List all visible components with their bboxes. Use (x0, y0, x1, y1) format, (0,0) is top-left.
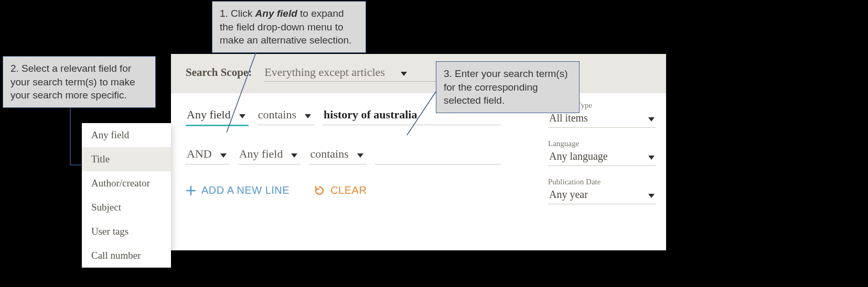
callout-1-text-bold: Any field (255, 8, 297, 19)
search-scope-label: Search Scope: (186, 66, 252, 79)
search-term-input[interactable] (375, 146, 501, 164)
language-select[interactable]: Any language (548, 149, 656, 166)
callout-3: 3. Enter your search term(s) for the cor… (436, 61, 580, 113)
chevron-down-icon (648, 156, 655, 160)
chevron-down-icon (357, 153, 363, 158)
field-select-value: Any field (239, 147, 283, 161)
pub-date-value: Any year (549, 189, 588, 201)
match-select-value: contains (310, 147, 348, 161)
material-type-value: All items (549, 112, 588, 124)
chevron-down-icon (648, 117, 655, 122)
boolean-select-value: AND (187, 147, 212, 161)
filter-sidebar: Material Type All items Language Any lan… (548, 101, 656, 216)
callout-3-text: 3. Enter your search term(s) for the cor… (444, 68, 568, 106)
reset-icon (314, 185, 325, 196)
match-select[interactable]: contains (309, 146, 366, 164)
search-scope-value: Everything except articles (264, 65, 385, 79)
chevron-down-icon (648, 194, 655, 198)
add-line-label: ADD A NEW LINE (201, 184, 290, 196)
search-scope-select[interactable]: Everything except articles (264, 65, 444, 82)
chevron-down-icon (291, 153, 297, 158)
pub-date-label: Publication Date (548, 178, 656, 186)
boolean-select[interactable]: AND (186, 146, 230, 164)
callout-1: 1. Click Any field to expand the field d… (212, 1, 366, 53)
chevron-down-icon (305, 114, 311, 118)
filter-publication-date: Publication Date Any year (548, 178, 656, 204)
material-type-select[interactable]: All items (548, 111, 656, 128)
field-select-value: Any field (187, 108, 231, 122)
clear-label: CLEAR (330, 184, 367, 196)
menu-item-user-tags[interactable]: User tags (82, 219, 171, 244)
field-dropdown-menu: Any field Title Author/creator Subject U… (82, 123, 171, 268)
chevron-down-icon (239, 114, 245, 118)
match-select[interactable]: contains (257, 107, 314, 125)
language-label: Language (548, 139, 656, 148)
menu-item-title[interactable]: Title (82, 147, 171, 171)
add-line-button[interactable]: ADD A NEW LINE (186, 184, 290, 196)
field-select[interactable]: Any field (186, 107, 249, 126)
chevron-down-icon (220, 153, 227, 158)
callout-1-text-pre: 1. Click (220, 8, 255, 19)
chevron-down-icon (401, 72, 407, 76)
field-select[interactable]: Any field (238, 146, 301, 164)
filter-language: Language Any language (548, 139, 656, 166)
menu-item-author[interactable]: Author/creator (82, 171, 171, 195)
menu-item-subject[interactable]: Subject (82, 195, 171, 219)
search-scope-bar: Search Scope: Everything except articles (171, 54, 666, 93)
menu-item-call-number[interactable]: Call number (82, 244, 171, 268)
callout-2: 2. Select a relevant field for your sear… (3, 56, 156, 108)
pub-date-select[interactable]: Any year (548, 187, 656, 204)
callout-2-text: 2. Select a relevant field for your sear… (10, 63, 135, 101)
menu-item-any-field[interactable]: Any field (82, 123, 171, 147)
advanced-search-panel: Search Scope: Everything except articles… (171, 54, 666, 250)
match-select-value: contains (258, 108, 296, 122)
clear-button[interactable]: CLEAR (314, 184, 367, 196)
language-value: Any language (549, 150, 608, 162)
plus-icon (186, 185, 196, 196)
